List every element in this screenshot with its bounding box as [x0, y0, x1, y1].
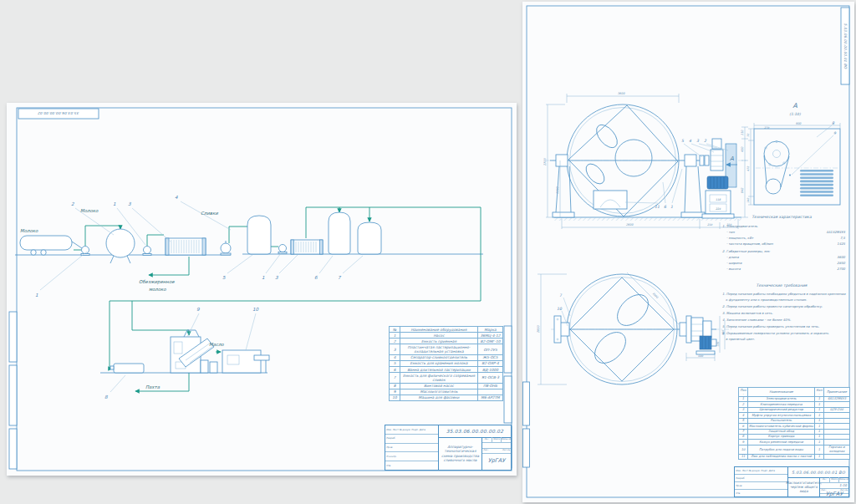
svg-text:в принятый цвет.: в принятый цвет.	[726, 337, 755, 341]
callout: 4	[175, 195, 178, 200]
svg-text:3. Машина включается в сеть.: 3. Машина включается в сеть.	[722, 311, 773, 315]
packing-machine	[222, 350, 269, 373]
table-cell: Ж5-ОС5	[478, 354, 503, 360]
table-cell: 4	[390, 354, 400, 360]
svg-text:2850: 2850	[837, 261, 845, 265]
doc-number: 35.03.06.00.00.00.02	[439, 425, 511, 438]
table-cell: 2	[390, 339, 400, 344]
gost-prov: Пров.	[386, 446, 393, 449]
tech-req-title: Технические требования	[757, 283, 808, 288]
table-cell: Я1-ОСВ-3	[478, 373, 503, 383]
table-cell: Примечание	[824, 388, 850, 397]
doc-title: Маслоизготовитель, чертеж общего вида	[788, 477, 820, 496]
label-buttermilk: Пахта	[145, 384, 160, 389]
bottom-view: 7 10 2850 1500 600 135 400	[537, 272, 731, 384]
table-cell: 1	[815, 445, 824, 454]
table-cell: 8	[390, 383, 400, 389]
svg-text:900: 900	[796, 122, 802, 125]
gost-header-row: Изм. Лист № докум. Подп. Дата	[736, 470, 775, 472]
milk-tanker	[20, 236, 82, 255]
table-cell: Кол.	[815, 388, 824, 397]
table-cell: 7	[390, 373, 400, 383]
svg-text:110: 110	[741, 130, 744, 135]
gost-utv: Утв.	[736, 492, 741, 495]
buttermilk-tank	[110, 364, 144, 373]
callout: 5	[681, 139, 685, 143]
drive-assembly: 118 224	[700, 139, 736, 218]
title-block: Изм. Лист № докум. Подп. Дата Разраб. Пр…	[734, 466, 849, 497]
callout: 6	[314, 275, 318, 280]
label-milk: Молоко	[80, 208, 99, 213]
table-cell	[824, 454, 850, 459]
table-cell: 3	[390, 344, 400, 354]
gost-massa: Масса	[830, 477, 840, 482]
table-row: 10Машина для фасовкиМ6-АР2ТМ	[390, 395, 503, 400]
callout: 10	[252, 307, 259, 312]
svg-text:1190: 1190	[556, 186, 559, 194]
ripening-tank-2	[358, 222, 381, 254]
svg-text:400: 400	[721, 329, 725, 335]
svg-text:450: 450	[741, 146, 744, 152]
table-cell: Марка	[478, 327, 503, 333]
gost-lit: Лит.	[482, 437, 492, 442]
equipment-table: №Наименование оборудованияМарка1Насос36М…	[389, 326, 503, 401]
title-block: Изм. Лист № докум. Подп. Дата Разраб. Пр…	[385, 425, 512, 471]
table-cell: 10	[390, 395, 400, 400]
label-cream: Сливки	[201, 211, 218, 216]
svg-text:2700: 2700	[837, 267, 845, 271]
gost-lit: Лит.	[820, 477, 830, 482]
title-block-right: Лит. Масса Масштаб Лист Листов УрГАУ	[482, 437, 511, 470]
table-row: 2Емкость приемнаяВ2-ОМГ-10	[390, 339, 503, 344]
svg-text:- высота: - высота	[726, 267, 741, 271]
svg-text:- тип: - тип	[726, 230, 735, 234]
callout: 1	[35, 293, 38, 298]
gost-header-row: Изм. Лист № докум. Подп. Дата	[386, 429, 425, 431]
gost-razrab: Разраб.	[386, 437, 395, 440]
callout: 1	[262, 275, 265, 280]
svg-text:3600: 3600	[618, 92, 625, 95]
svg-text:4А132М4У3: 4А132М4У3	[826, 230, 845, 234]
gost-prov: Пров.	[736, 485, 742, 487]
svg-text:- частота вращения, об/мин: - частота вращения, об/мин	[726, 242, 773, 246]
detail-label: А	[792, 102, 797, 109]
svg-text:1. Электродвигатель: 1. Электродвигатель	[722, 224, 758, 228]
parts-table: Поз.НаименованиеКол.Примечание1Электродв…	[738, 387, 850, 460]
table-row: 8Винтовой насосП8-ОНБ	[390, 383, 503, 389]
callout: 3	[275, 275, 278, 280]
organization: УрГАУ	[820, 491, 848, 496]
callout: 9	[833, 131, 837, 135]
svg-text:140: 140	[746, 197, 750, 203]
doc-title-line: чертеж общего вида	[788, 485, 819, 493]
table-cell: 1	[815, 454, 824, 459]
table-cell: Маслоизготовитель	[400, 389, 478, 395]
table-cell: Сепаратор-сливкоотделитель	[400, 354, 478, 360]
callout: 1	[113, 201, 116, 206]
svg-text:- длина: - длина	[726, 255, 740, 259]
svg-text:к фундаменту или к производств: к фундаменту или к производственным стол…	[726, 298, 807, 302]
title-block-right: Лит. Масса Масштаб 1:10 Лист Листов УрГА…	[820, 477, 848, 496]
svg-text:2. Габаритные размеры, мм:: 2. Габаритные размеры, мм:	[722, 249, 771, 253]
table-cell: В2-ОХР-4	[478, 360, 503, 366]
main-view: 118 224 5 4 3 2 11 6 1 А 3600	[543, 92, 748, 229]
label-milk: Молоко	[20, 228, 38, 233]
stand-dim: 118	[716, 198, 721, 201]
svg-text:135: 135	[716, 341, 720, 347]
callout: 7	[338, 275, 342, 280]
table-cell: Наименование оборудования	[400, 327, 478, 333]
table-cell: Емкость для физического созревания сливо…	[400, 373, 478, 383]
callout: 8	[832, 121, 835, 125]
callout: 8	[104, 395, 108, 400]
table-row: 1Насос36МЦ-4-12	[390, 333, 503, 339]
doc-title-line: сливочного масла	[444, 458, 477, 462]
svg-text:6. Окрашиваемые поверхности ус: 6. Окрашиваемые поверхности условно уста…	[722, 331, 829, 335]
table-cell: Насос	[400, 333, 478, 339]
title-block-revision-grid: Изм. Лист № докум. Подп. Дата Разраб. Пр…	[735, 467, 788, 496]
plate-pasteurizer	[166, 238, 206, 255]
table-cell: ОП-2У5	[478, 344, 503, 354]
svg-text:2. Перед началом работы провес: 2. Перед началом работы провести санитар…	[722, 304, 823, 308]
table-row: 3Пластинчатая пастеризационно-охладитель…	[390, 344, 503, 354]
tech-characteristics: Техническая характеристика 1. Электродви…	[722, 215, 846, 271]
organization: УрГАУ	[482, 451, 511, 470]
table-cell: 10	[739, 445, 748, 454]
table-cell: Машина для фасовки	[400, 395, 478, 400]
